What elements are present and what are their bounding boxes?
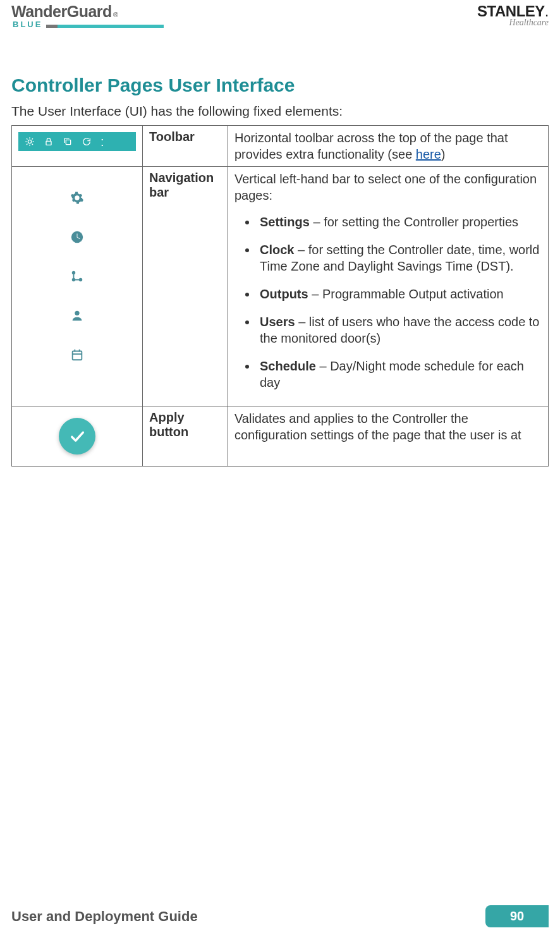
brand-name: WanderGuard <box>11 3 112 21</box>
nav-item-text: – list of users who have the access code… <box>260 315 539 345</box>
page-number: 90 <box>485 905 549 927</box>
toolbar-preview: : <box>18 132 136 151</box>
apply-image-cell <box>12 406 143 467</box>
svg-rect-16 <box>73 351 82 360</box>
nav-item-text: – for setting the Controller date, time,… <box>260 243 539 273</box>
copy-icon <box>63 137 73 147</box>
svg-line-5 <box>27 138 27 139</box>
gear-icon <box>70 191 84 205</box>
svg-rect-10 <box>66 140 70 144</box>
svg-line-6 <box>32 144 33 145</box>
brand-sub: BLUE <box>13 20 42 29</box>
table-row-apply: Apply button Validates and applies to th… <box>12 406 549 467</box>
svg-point-14 <box>80 279 82 281</box>
nav-item-label: Clock <box>260 243 294 257</box>
navbar-preview <box>61 178 93 372</box>
apply-button-preview <box>59 418 95 455</box>
company-dot: . <box>545 3 549 20</box>
toolbar-divider: : <box>100 135 104 149</box>
list-item: Users – list of users who have the acces… <box>257 314 542 346</box>
list-item: Clock – for setting the Controller date,… <box>257 241 542 274</box>
nav-item-label: Settings <box>260 215 310 229</box>
toolbar-desc-before: Horizontal toolbar across the top of the… <box>234 131 508 161</box>
toolbar-desc-cell: Horizontal toolbar across the top of the… <box>228 126 549 167</box>
list-item: Settings – for setting the Controller pr… <box>257 214 542 230</box>
page-footer: User and Deployment Guide 90 <box>11 905 549 927</box>
lock-icon <box>44 137 54 147</box>
nav-item-text: – Programmable Output activation <box>308 287 504 301</box>
ui-elements-table: : Toolbar Horizontal toolbar across the … <box>11 125 549 467</box>
section-heading: Controller Pages User Interface <box>11 75 549 96</box>
table-row-navbar: Navigation bar Vertical left-hand bar to… <box>12 167 549 406</box>
navbar-items-list: Settings – for setting the Controller pr… <box>234 214 542 391</box>
apply-desc: Validates and applies to the Controller … <box>228 406 549 467</box>
check-icon <box>68 427 86 445</box>
toolbar-name: Toolbar <box>143 126 228 167</box>
navbar-image-cell <box>12 167 143 406</box>
svg-point-15 <box>75 311 79 315</box>
user-icon <box>70 308 84 322</box>
list-item: Schedule – Day/Night mode schedule for e… <box>257 358 542 391</box>
toolbar-here-link[interactable]: here <box>416 147 441 161</box>
registered-mark: ® <box>113 11 118 18</box>
svg-rect-9 <box>46 141 51 145</box>
nav-item-label: Users <box>260 315 295 329</box>
outputs-icon <box>70 269 84 283</box>
page-header: WanderGuard ® BLUE STANLEY. Healthcare <box>11 0 549 35</box>
apply-name: Apply button <box>143 406 228 467</box>
toolbar-image-cell: : <box>12 126 143 167</box>
company-name: STANLEY <box>477 3 545 20</box>
nav-item-text: – for setting the Controller properties <box>310 215 518 229</box>
intro-text: The User Interface (UI) has the followin… <box>11 104 549 119</box>
table-row-toolbar: : Toolbar Horizontal toolbar across the … <box>12 126 549 167</box>
brightness-icon <box>25 137 35 147</box>
list-item: Outputs – Programmable Output activation <box>257 286 542 302</box>
company-logo: STANLEY. Healthcare <box>477 3 549 28</box>
refresh-icon <box>82 137 92 147</box>
brand-underline <box>46 25 164 28</box>
svg-point-13 <box>73 279 75 281</box>
svg-line-8 <box>32 138 33 139</box>
svg-point-0 <box>28 140 31 143</box>
navbar-name: Navigation bar <box>143 167 228 406</box>
clock-icon <box>70 230 84 244</box>
toolbar-desc-after: ) <box>441 147 446 161</box>
svg-line-7 <box>27 144 27 145</box>
navbar-desc-cell: Vertical left-hand bar to select one of … <box>228 167 549 406</box>
nav-item-label: Outputs <box>260 287 308 301</box>
svg-point-12 <box>73 272 75 274</box>
footer-title: User and Deployment Guide <box>11 908 198 925</box>
nav-item-label: Schedule <box>260 359 316 373</box>
brand-logo: WanderGuard ® BLUE <box>11 3 164 29</box>
calendar-icon <box>70 348 84 362</box>
navbar-intro: Vertical left-hand bar to select one of … <box>234 171 542 204</box>
